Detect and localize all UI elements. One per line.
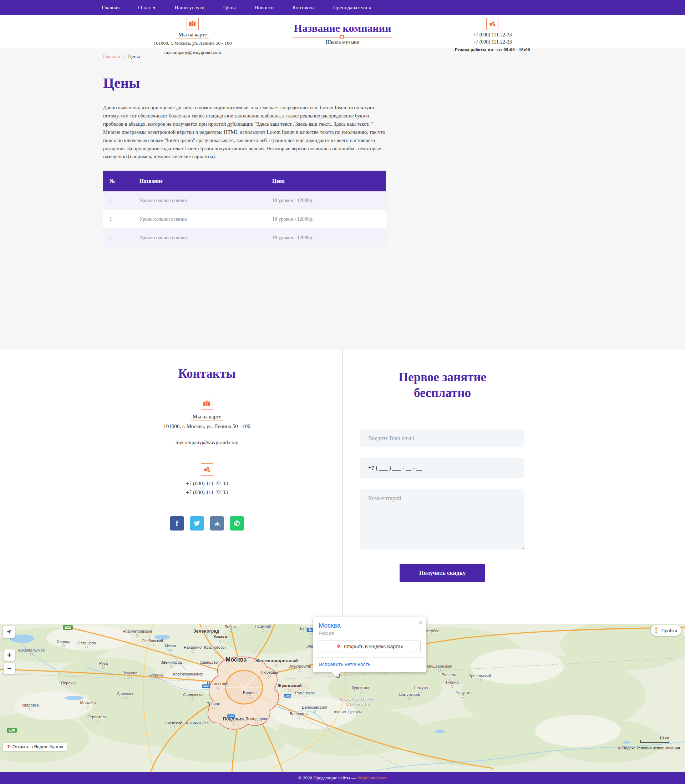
cell-number: 1 <box>103 191 140 210</box>
twitter-icon[interactable] <box>190 516 204 530</box>
map-label: Бронницы <box>290 711 308 719</box>
map-pin-icon <box>187 18 199 30</box>
footer-text: © 2020 Продающие сайты — <box>298 775 356 781</box>
contacts-column: Контакты Мы на карте 101000, г. Москва, … <box>0 350 342 624</box>
close-icon[interactable]: × <box>418 619 423 627</box>
contacts-title: Контакты <box>96 366 318 382</box>
footer-link[interactable]: WayGrand.com <box>358 775 387 781</box>
balloon-title[interactable]: Москва <box>318 622 420 629</box>
map-label: Видное <box>243 690 256 698</box>
map-label: Губино <box>446 680 458 688</box>
road-shield: Е30 <box>7 728 17 733</box>
map-pin-icon <box>6 745 11 749</box>
header-map-link[interactable]: Мы на карте <box>176 32 209 39</box>
traffic-toggle[interactable]: Пробки <box>651 625 682 636</box>
contacts-form-section: Контакты Мы на карте 101000, г. Москва, … <box>0 350 685 624</box>
map-label: Истра <box>165 644 176 651</box>
yandex-map: ЗеленоградЛобняПушкиноЧерноголовкаНовопе… <box>0 624 685 772</box>
traffic-light-icon <box>653 627 659 634</box>
col-number: № <box>103 171 140 191</box>
table-row: 1 Уроки сольного пения 18 уроков - 12000… <box>103 210 386 228</box>
map-label: Нахабино <box>184 645 201 652</box>
social-links: f vk ✆ <box>96 516 318 530</box>
nav-item-contacts[interactable]: Контакты <box>292 5 314 11</box>
map-label: Химки <box>213 634 227 642</box>
nav-item-news[interactable]: Новости <box>254 5 274 11</box>
intro-paragraph: Давно выяснено, что при оценке дизайна и… <box>103 104 386 161</box>
work-hours: Режим работы пн - пт 09:00 - 18:00 <box>417 47 567 52</box>
nav-item-services[interactable]: Наши услуги <box>174 5 205 11</box>
map-balloon: × Москва Россия Открыть в Яндекс.Картах … <box>313 617 426 672</box>
map-label: Новопетровское <box>122 629 152 636</box>
map-pin-icon <box>336 644 341 649</box>
zoom-in-button[interactable]: + <box>3 649 15 661</box>
vk-icon[interactable]: vk <box>210 516 224 530</box>
fix-inaccuracy-link[interactable]: Исправить неточность <box>318 662 370 667</box>
breadcrumb-current: Цены <box>128 54 140 59</box>
map-label: Раменское <box>295 691 315 698</box>
road-shield: VKO <box>202 685 210 688</box>
company-name: Название компании <box>268 22 417 34</box>
map-label: Апрелевка <box>183 692 203 700</box>
map-label: Шишкин Лес <box>186 721 209 728</box>
map-label: Домодедово <box>245 717 268 724</box>
map-label: Москва <box>226 657 247 663</box>
chevron-down-icon: ▼ <box>153 6 156 10</box>
email-field[interactable] <box>360 429 524 447</box>
map-pin-icon <box>201 398 213 410</box>
zoom-out-button[interactable]: − <box>3 663 15 674</box>
map-label: Шатура <box>414 685 428 693</box>
support-icon <box>486 18 498 30</box>
header-phone-2: +7 (000) 111-22-33 <box>417 39 567 46</box>
col-price: Цена <box>272 171 386 191</box>
balloon-subtitle: Россия <box>318 631 420 636</box>
map-label: Кубинка <box>148 673 163 680</box>
whatsapp-icon[interactable]: ✆ <box>230 516 244 530</box>
map-label: Электроугли <box>288 664 311 672</box>
map-copyright: © Яндекс Условия использования <box>618 746 680 750</box>
geolocation-button[interactable] <box>3 626 15 638</box>
phone-field[interactable] <box>360 458 524 478</box>
contacts-phone-2: +7 (000) 111-22-33 <box>96 488 318 497</box>
col-name: Название <box>140 171 272 191</box>
map-label: Поречье <box>61 681 76 688</box>
price-table: № Название Цена 1 Уроки сольного пения 1… <box>103 171 386 247</box>
nav-item-home[interactable]: Главная <box>102 5 120 11</box>
cell-price: 18 уроков - 12000р. <box>272 191 386 210</box>
map-label: Мишеронский <box>427 664 452 672</box>
table-row: 1 Уроки сольного пения 18 уроков - 12000… <box>103 191 386 210</box>
facebook-icon[interactable]: f <box>170 516 184 530</box>
breadcrumb-home[interactable]: Главная <box>103 54 120 59</box>
map-label: Одинцово <box>200 660 218 668</box>
contacts-map-link[interactable]: Мы на карте <box>190 414 223 421</box>
top-nav: Главная О нас▼ Наши услуги Цены Новости … <box>0 0 685 15</box>
comment-field[interactable] <box>360 489 524 550</box>
road-shield: OSF <box>227 714 235 718</box>
terms-link[interactable]: Условия использования <box>636 746 680 750</box>
nav-item-teachers[interactable]: Преподаватели к <box>333 5 371 11</box>
map-label: Уршельский <box>469 674 491 681</box>
map-label: Тучково <box>123 671 137 678</box>
site-footer: © 2020 Продающие сайты — WayGrand.com <box>0 772 685 784</box>
map-label: Уваровка <box>22 703 39 711</box>
map-label: Люберцы <box>261 670 278 678</box>
site-header: Мы на карте 101000, г. Москва, ул. Ленин… <box>0 15 685 49</box>
map-label: Рошаль <box>442 673 456 680</box>
map-label: Руза <box>99 661 108 669</box>
page-title: Цены <box>103 75 388 91</box>
open-in-yandex-maps-button[interactable]: Открыть в Яндекс.Картах <box>318 640 420 653</box>
map-label: Киевский <box>166 721 182 728</box>
map-label: Лобня <box>224 625 236 632</box>
nav-item-about[interactable]: О нас▼ <box>138 5 156 11</box>
open-in-yandex-maps-badge[interactable]: Открыть в Яндекс.Картах <box>3 743 67 751</box>
map-label: Куровское <box>352 685 370 693</box>
nav-item-prices[interactable]: Цены <box>223 5 236 11</box>
main-content-area: Главная / Цены Цены Давно выяснено, что … <box>0 49 685 350</box>
cell-name: Уроки сольного пения <box>140 191 272 210</box>
table-row: 1 Уроки сольного пения 18 уроков - 12000… <box>103 228 386 247</box>
header-phone-1: +7 (000) 111-22-33 <box>417 31 567 39</box>
map-label: Глебовский <box>142 639 163 646</box>
map-label: Белоозёрский <box>302 705 328 712</box>
logo-divider <box>292 37 393 37</box>
get-discount-button[interactable]: Получить скидку <box>399 564 485 582</box>
